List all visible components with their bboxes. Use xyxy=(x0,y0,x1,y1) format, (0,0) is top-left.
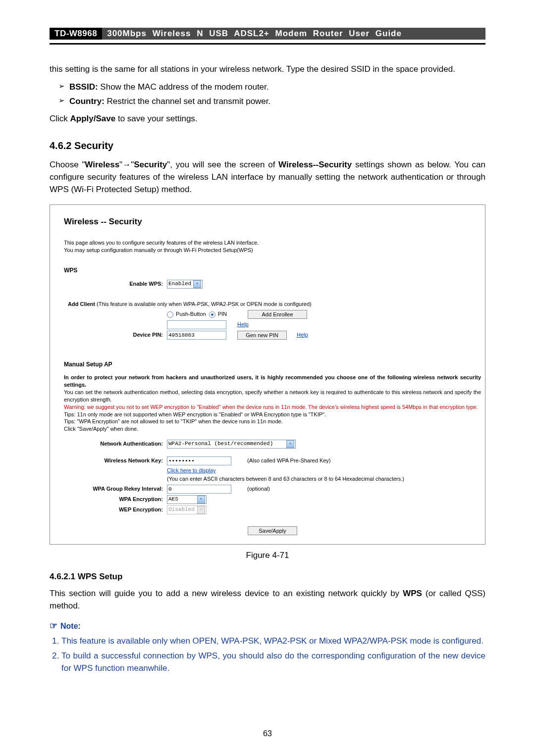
radio-pin[interactable]: PIN xyxy=(209,310,227,318)
page-number: 63 xyxy=(0,729,535,738)
optional-note: (optional) xyxy=(247,485,270,493)
device-pin-input[interactable] xyxy=(167,331,226,340)
desc-bssid: Show the MAC address of the modem router… xyxy=(98,82,269,92)
help-link[interactable]: Help xyxy=(297,331,308,339)
term-bssid: BSSID: xyxy=(69,82,98,92)
radio-label: PIN xyxy=(218,311,227,317)
click-to-display-link[interactable]: Click here to display xyxy=(167,467,215,475)
figure-description: This page allows you to configure securi… xyxy=(64,239,481,254)
wps-setup-body: This section will guide you to add a new… xyxy=(50,588,485,612)
pointing-hand-icon: ☞ xyxy=(50,621,57,631)
page-header: TD-W8968 300Mbps Wireless N USB ADSL2+ M… xyxy=(50,27,485,45)
apply-save-bold: Apply/Save xyxy=(70,114,116,123)
apply-line: Click Apply/Save to save your settings. xyxy=(50,113,485,125)
radio-pushbutton[interactable]: Push-Button xyxy=(167,310,206,318)
figure-caption: Figure 4-71 xyxy=(50,550,485,562)
preshared-key-note: (Also called WPA Pre-Shared Key) xyxy=(247,457,331,465)
add-enrollee-button[interactable]: Add Enrollee xyxy=(248,310,307,319)
select-value: Disabled xyxy=(168,506,195,514)
text: Wireless--Security xyxy=(278,160,352,169)
text: (This feature is available only when WPA… xyxy=(95,301,312,307)
text: ", you will see the screen of xyxy=(167,160,278,169)
text: Click "Save/Apply" when done. xyxy=(64,425,481,433)
arrow-icon: "→" xyxy=(119,160,134,169)
wpa-enc-label: WPA Encryption: xyxy=(64,496,167,504)
feature-list: BSSID: Show the MAC address of the modem… xyxy=(50,81,485,108)
enable-wps-label: Enable WPS: xyxy=(64,280,167,288)
text: Click xyxy=(50,114,70,123)
key-hint: (You can enter ASCII characters between … xyxy=(167,475,404,483)
note-list: This feature is available only when OPEN… xyxy=(50,635,485,675)
select-value: WPA2-Personal (best/recommended) xyxy=(168,440,273,448)
list-item: Country: Restrict the channel set and tr… xyxy=(60,95,485,108)
figure-4-71: Wireless -- Security This page allows yo… xyxy=(50,204,485,545)
wpa-enc-select[interactable]: AES ▾ xyxy=(167,495,207,504)
add-client-line: Add Client (This feature is available on… xyxy=(68,301,312,308)
radio-icon xyxy=(167,311,173,318)
text: Add Client xyxy=(68,301,95,307)
chevron-down-icon: ▾ xyxy=(197,506,205,514)
list-item: This feature is available only when OPEN… xyxy=(61,635,485,648)
manual-setup-heading: Manual Setup AP xyxy=(64,360,481,369)
text: This page allows you to configure securi… xyxy=(64,239,481,247)
section-heading-462: 4.6.2 Security xyxy=(50,139,485,153)
text: Choose " xyxy=(50,160,85,169)
network-key-input[interactable] xyxy=(167,456,231,465)
note-label: Note: xyxy=(60,622,81,630)
text: In order to protect your network from ha… xyxy=(64,374,481,388)
text: Tips: 11n only mode are not supported wh… xyxy=(64,411,481,418)
text: Wireless xyxy=(85,160,119,169)
select-value: Enabled xyxy=(168,280,191,288)
rekey-label: WPA Group Rekey Interval: xyxy=(64,485,167,493)
warning-text: Warning: we suggest you not to set WEP e… xyxy=(64,403,481,411)
text: You may setup configuration manually or … xyxy=(64,247,481,254)
text: Security xyxy=(134,160,167,169)
figure-title: Wireless -- Security xyxy=(64,216,481,228)
header-model: TD-W8968 xyxy=(50,28,102,40)
select-value: AES xyxy=(168,496,178,504)
list-item: To build a successful connection by WPS,… xyxy=(61,650,485,674)
text: This section will guide you to add a new… xyxy=(50,589,403,598)
note-heading: ☞Note: xyxy=(50,619,485,632)
chevron-down-icon: ▾ xyxy=(286,440,294,448)
network-auth-select[interactable]: WPA2-Personal (best/recommended) ▾ xyxy=(167,440,296,449)
text: to save your settings. xyxy=(115,114,197,123)
manual-note: In order to protect your network from ha… xyxy=(64,374,481,433)
chevron-down-icon: ▾ xyxy=(197,496,205,504)
wps-heading: WPS xyxy=(64,266,481,275)
network-auth-label: Network Authentication: xyxy=(64,440,167,448)
gen-new-pin-button[interactable]: Gen new PIN xyxy=(237,331,287,340)
network-key-label: Wireless Network Key: xyxy=(64,457,167,465)
radio-icon xyxy=(209,311,215,318)
list-item: BSSID: Show the MAC address of the modem… xyxy=(60,81,485,94)
wep-enc-label: WEP Encryption: xyxy=(64,506,167,514)
section-heading-4621: 4.6.2.1 WPS Setup xyxy=(50,571,485,583)
text: You can set the network authentication m… xyxy=(64,389,481,403)
text: WPS xyxy=(403,589,422,598)
chevron-down-icon: ▾ xyxy=(193,280,201,288)
save-apply-button[interactable]: Save/Apply xyxy=(248,526,297,535)
desc-country: Restrict the channel set and transmit po… xyxy=(105,97,270,106)
enable-wps-select[interactable]: Enabled ▾ xyxy=(167,280,203,289)
section-462-body: Choose "Wireless"→"Security", you will s… xyxy=(50,159,485,196)
help-link[interactable]: Help xyxy=(237,321,249,329)
wep-enc-select: Disabled ▾ xyxy=(167,505,207,514)
radio-label: Push-Button xyxy=(176,311,206,317)
text: Tips: "WPA Encryption" are not allowed t… xyxy=(64,418,481,425)
device-pin-label: Device PIN: xyxy=(64,331,167,339)
rekey-input[interactable] xyxy=(167,485,231,494)
intro-paragraph: this setting is the same for all station… xyxy=(50,63,485,76)
term-country: Country: xyxy=(69,97,105,106)
enrollee-input[interactable] xyxy=(167,320,226,329)
header-title: 300Mbps Wireless N USB ADSL2+ Modem Rout… xyxy=(102,28,485,40)
